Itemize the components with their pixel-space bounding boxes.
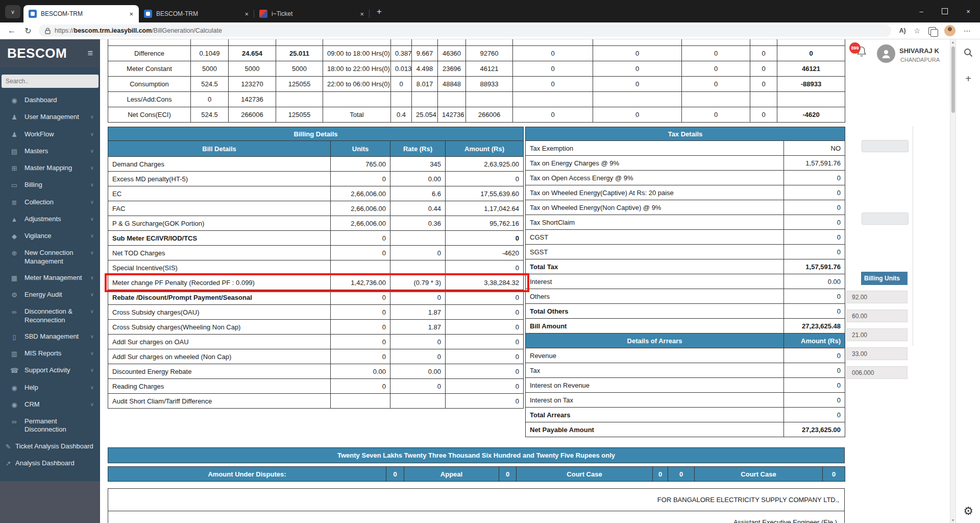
refresh-button[interactable]: ↻ — [22, 26, 34, 36]
sidebar-item-disconnection-reconnection[interactable]: ∞Disconnection & Reconnection∨ — [0, 303, 100, 328]
meter-cell — [750, 92, 777, 107]
sidebar-item-sbd-management[interactable]: ▯SBD Management∨ — [0, 328, 100, 345]
meter-cell — [108, 39, 191, 46]
more-menu-icon[interactable]: ⋯ — [964, 27, 971, 35]
meter-cell: 0 — [682, 77, 750, 92]
sidebar-item-masters[interactable]: ▤Masters∨ — [0, 143, 100, 160]
search-icon[interactable] — [963, 47, 973, 60]
table-row: Net Cons(ECI)524.5266006125055Total0.425… — [108, 107, 845, 123]
chevron-down-icon: ∨ — [90, 199, 94, 206]
bill-item-amount: 0 — [446, 335, 524, 349]
table-row: Bill Amount27,23,625.48 — [526, 319, 845, 334]
arrears-item-label: Revenue — [526, 348, 784, 363]
tax-item-value: 0 — [784, 304, 845, 319]
col-rate: Rate (Rs) — [390, 141, 446, 157]
collections-icon[interactable] — [928, 27, 936, 35]
new-tab-button[interactable]: + — [372, 4, 387, 19]
sidebar-item-crm[interactable]: ◉CRM∨ — [0, 396, 100, 413]
meter-cell: 5000 — [229, 61, 276, 77]
close-icon[interactable]: × — [243, 10, 250, 18]
bill-item-label: FAC — [108, 201, 331, 216]
sidebar-item-collection[interactable]: ≣Collection∨ — [0, 194, 100, 211]
tax-item-label: Tax on Open Access Energy @ 9% — [526, 171, 784, 185]
billing-unit-value-field[interactable]: 21.00 — [846, 328, 908, 341]
table-row: Audit Short Cliam/Tariff Difference0 — [108, 394, 524, 409]
scrollbar-thumb[interactable] — [951, 46, 955, 113]
gear-icon[interactable]: ⚙ — [956, 505, 980, 518]
sidebar-item-vigilance[interactable]: ◆Vigilance∨ — [0, 228, 100, 245]
sidebar-item-dashboard[interactable]: ◉Dashboard — [0, 92, 100, 109]
sidebar-item-master-mapping[interactable]: ⊞Master Mapping∨ — [0, 160, 100, 177]
tax-item-label: Tax Exemption — [526, 141, 784, 156]
meter-cell — [412, 92, 438, 107]
address-bar[interactable]: https://bescom.trm.ieasybill.com/BillGen… — [39, 25, 891, 37]
billing-unit-value-field[interactable]: 92.00 — [846, 291, 908, 303]
read-aloud-icon[interactable]: A) — [899, 27, 906, 34]
sidebar-item-adjustments[interactable]: ▲Adjustments∨ — [0, 211, 100, 228]
vertical-scrollbar[interactable]: ▲ ▼ — [950, 39, 955, 523]
bill-item-amount: 0 — [446, 379, 524, 394]
maximize-button[interactable] — [933, 0, 957, 22]
bill-item-amount: 2,63,925.00 — [446, 157, 524, 172]
meter-cell: 0 — [777, 46, 845, 61]
add-icon[interactable]: + — [956, 73, 980, 85]
close-window-button[interactable]: × — [957, 0, 980, 22]
sidebar-search-input[interactable] — [2, 75, 99, 88]
form-field-disabled[interactable] — [862, 212, 909, 225]
meter-cell: -4620 — [777, 107, 845, 123]
bill-item-rate: 0.36 — [390, 216, 446, 231]
back-button[interactable]: ← — [6, 26, 17, 35]
sidebar-item-new-connection-management[interactable]: ⊕New Connection Management∨ — [0, 245, 100, 270]
billing-unit-value-field[interactable]: 006.000 — [846, 366, 908, 379]
sidebar-item-user-management[interactable]: ♟User Management∨ — [0, 109, 100, 126]
profile-avatar[interactable] — [944, 25, 955, 36]
table-row: Interest on Revenue0 — [526, 378, 845, 393]
tab-actions-button[interactable]: ∨ — [5, 5, 20, 18]
tax-item-value: 0.00 — [784, 274, 845, 289]
meter-cell: 142736 — [438, 107, 466, 123]
sidebar-item-meter-management[interactable]: ▦Meter Management∨ — [0, 270, 100, 287]
bill-item-amount: 0 — [446, 231, 524, 246]
scroll-down-icon[interactable]: ▼ — [950, 518, 955, 522]
table-row: FAC2,66,006.000.441,17,042.64 — [108, 201, 524, 216]
browser-tab-bescom-trm[interactable]: BESCOM-TRM× — [139, 5, 254, 22]
favorites-star-icon[interactable]: ☆ — [914, 27, 920, 35]
sidebar-item-label: Masters — [24, 147, 87, 155]
scroll-up-icon[interactable]: ▲ — [950, 40, 955, 44]
sidebar-item-support-activity[interactable]: ☎Support Activity∨ — [0, 362, 100, 379]
meter-cell: 125055 — [276, 77, 323, 92]
close-icon[interactable]: × — [358, 10, 365, 18]
close-icon[interactable]: × — [128, 10, 135, 18]
sidebar-item-ticket-analysis-dashboard[interactable]: ✎Ticket Analysis Dashboard — [0, 438, 100, 455]
sidebar-item-help[interactable]: ◉Help∨ — [0, 379, 100, 396]
minimize-button[interactable]: – — [910, 0, 933, 22]
bill-item-label: Special Incentive(SIS) — [108, 260, 331, 275]
sidebar-item-mis-reports[interactable]: ▥MIS Reports∨ — [0, 345, 100, 362]
sidebar-item-energy-audit[interactable]: ⚙Energy Audit∨ — [0, 287, 100, 303]
sidebar-item-analysis-dashboard[interactable]: ↗Analysis Dashboard — [0, 455, 100, 472]
browser-tab-bescom-trm[interactable]: BESCOM-TRM× — [23, 5, 139, 22]
billing-unit-value-field[interactable]: 60.00 — [846, 310, 908, 322]
meter-cell: 48848 — [438, 77, 466, 92]
sidebar-item-label: Master Mapping — [24, 164, 87, 172]
sidebar-item-permanent-disconnection[interactable]: ∞Permanent Disconnection — [0, 413, 100, 438]
bill-item-amount: 0 — [446, 260, 524, 275]
meter-cell: 266006 — [466, 107, 513, 123]
hamburger-icon[interactable]: ≡ — [87, 48, 93, 59]
meter-cell: 0 — [593, 46, 682, 61]
url-text: https://bescom.trm.ieasybill.com/BillGen… — [55, 27, 222, 34]
bill-item-units: 2,66,006.00 — [331, 201, 390, 216]
bill-item-amount: 3,38,284.32 — [446, 275, 524, 290]
meter-cell: Consumption — [108, 77, 191, 92]
browser-tab-i-ticket[interactable]: i~Ticket× — [254, 5, 370, 22]
form-field-disabled[interactable] — [862, 140, 909, 152]
sidebar-item-label: Disconnection & Reconnection — [24, 307, 87, 324]
window-controls: – × — [910, 0, 980, 22]
sidebar-item-billing[interactable]: ▭Billing∨ — [0, 177, 100, 194]
table-row: Cross Subsidy charges(OAU)01.870 — [108, 305, 524, 320]
sidebar-item-workflow[interactable]: ♟WorkFlow∨ — [0, 126, 100, 143]
bill-item-label: P & G Surcharge(GOK Portion) — [108, 216, 331, 231]
user-avatar[interactable] — [877, 44, 895, 63]
toolbar-right-icons: A) ☆ ⋯ — [896, 25, 974, 36]
billing-unit-value-field[interactable]: 33.00 — [846, 347, 908, 360]
